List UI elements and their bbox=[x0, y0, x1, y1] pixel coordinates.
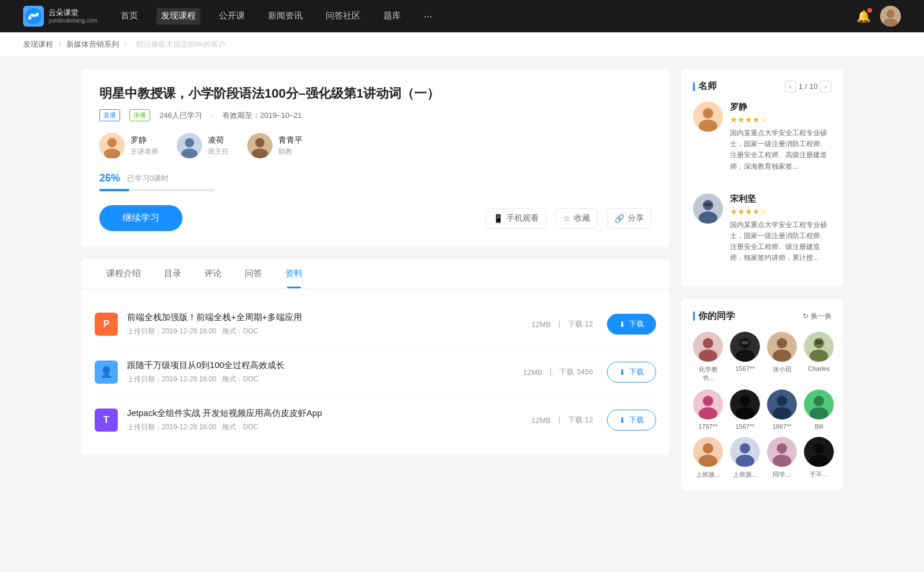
svg-point-44 bbox=[777, 396, 787, 406]
continue-learning-button[interactable]: 继续学习 bbox=[99, 205, 182, 231]
svg-point-42 bbox=[736, 407, 754, 419]
svg-point-24 bbox=[703, 338, 713, 348]
download-button-0[interactable]: ⬇ 下载 bbox=[607, 314, 656, 335]
download-label-1: 下载 bbox=[629, 367, 644, 377]
resource-item-1: 👤 跟随千万级项目从0到100全过程高效成长 上传日期：2019-12-28 1… bbox=[95, 348, 656, 396]
bell-icon[interactable]: 🔔 bbox=[856, 9, 871, 23]
breadcrumb-item-1[interactable]: 发现课程 bbox=[23, 40, 53, 49]
svg-point-17 bbox=[703, 108, 713, 118]
classmate-10[interactable]: 同学... bbox=[767, 437, 797, 479]
classmate-6[interactable]: 1867** bbox=[767, 389, 797, 430]
breadcrumb-item-2[interactable]: 新媒体营销系列 bbox=[66, 40, 119, 49]
next-page-button[interactable]: › bbox=[820, 81, 832, 92]
svg-point-50 bbox=[703, 443, 713, 454]
svg-point-31 bbox=[777, 338, 787, 348]
mobile-icon: 📱 bbox=[493, 214, 503, 223]
classmate-5-avatar bbox=[730, 389, 760, 419]
svg-point-48 bbox=[810, 407, 828, 419]
progress-top: 26% 已学习0课时 bbox=[99, 172, 651, 184]
nav-item-qa[interactable]: 问答社区 bbox=[321, 8, 365, 25]
nav-item-public[interactable]: 公开课 bbox=[214, 8, 249, 25]
classmate-9[interactable]: 上班族... bbox=[730, 437, 760, 479]
share-button[interactable]: 🔗 分享 bbox=[607, 208, 651, 229]
teachers-card: 名师 ‹ 1/10 › 罗静 ★★★★☆ 国内某重点大学安全工程专业硕士，国家一… bbox=[681, 69, 843, 287]
classmates-title: 你的同学 bbox=[693, 310, 735, 322]
teacher-2-role: 助教 bbox=[278, 147, 303, 157]
left-content: 明星中教授课，小学阶段语法100分–强化级第1讲动词（一） 直播 录播 246人… bbox=[81, 69, 670, 502]
teachers-list: 罗静 主讲老师 凌荷 班主任 bbox=[99, 133, 651, 158]
svg-point-14 bbox=[255, 138, 264, 147]
refresh-label: 换一换 bbox=[811, 311, 832, 321]
mobile-watch-label: 手机观看 bbox=[506, 213, 539, 224]
resource-item-0: P 前端全栈加强版！前端全栈+全周期+多端应用 上传日期：2019-12-28 … bbox=[95, 300, 656, 348]
tabs-section: 课程介绍 目录 评论 问答 资料 P 前端全栈加强版！前端全栈+全周期+多端应用… bbox=[81, 259, 670, 455]
tab-comments[interactable]: 评论 bbox=[193, 259, 233, 288]
user-avatar[interactable] bbox=[880, 6, 901, 27]
classmate-11-avatar bbox=[804, 437, 834, 467]
classmate-3[interactable]: Charles bbox=[804, 332, 834, 382]
course-meta: 直播 录播 246人已学习 · 有效期至：2019–10–21 bbox=[99, 109, 651, 121]
classmate-7-name: Bill bbox=[815, 423, 824, 430]
favorite-button[interactable]: ☆ 收藏 bbox=[556, 208, 598, 229]
classmate-2[interactable]: 张小田 bbox=[767, 332, 797, 382]
classmate-1[interactable]: 1567** bbox=[730, 332, 760, 382]
breadcrumb-sep-1: / bbox=[59, 40, 63, 49]
classmate-5-name: 1567** bbox=[735, 423, 754, 430]
classmates-card: 你的同学 ↻ 换一换 化学教书... 1567** bbox=[681, 299, 843, 491]
right-sidebar: 名师 ‹ 1/10 › 罗静 ★★★★☆ 国内某重点大学安全工程专业硕士，国家一… bbox=[681, 69, 843, 502]
course-title: 明星中教授课，小学阶段语法100分–强化级第1讲动词（一） bbox=[99, 85, 651, 102]
teacher-0-role: 主讲老师 bbox=[131, 147, 158, 157]
svg-point-59 bbox=[814, 443, 824, 454]
refresh-classmates-button[interactable]: ↻ 换一换 bbox=[803, 311, 832, 321]
teacher-0-name: 罗静 bbox=[131, 135, 158, 146]
classmate-8-name: 上班族... bbox=[696, 470, 720, 479]
classmate-11-name: 于不... bbox=[810, 470, 828, 479]
svg-point-53 bbox=[740, 443, 750, 454]
resource-stats-1: 12MB ｜ 下载 3456 bbox=[523, 367, 593, 377]
download-icon-0: ⬇ bbox=[619, 320, 625, 329]
sidebar-teacher-0-stars: ★★★★☆ bbox=[730, 115, 832, 124]
nav-item-news[interactable]: 新闻资讯 bbox=[263, 8, 307, 25]
tab-catalog[interactable]: 目录 bbox=[152, 259, 193, 288]
mobile-watch-button[interactable]: 📱 手机观看 bbox=[486, 208, 546, 229]
classmate-10-name: 同学... bbox=[773, 470, 791, 479]
navbar-right: 🔔 bbox=[856, 6, 901, 27]
classmate-4[interactable]: 1767** bbox=[693, 389, 723, 430]
logo[interactable]: 云朵课堂 yundouketang.com bbox=[23, 6, 98, 27]
classmate-7[interactable]: Bill bbox=[804, 389, 834, 430]
download-button-1[interactable]: ⬇ 下载 bbox=[607, 362, 656, 382]
sidebar-teacher-1-info: 宋利坚 ★★★★☆ 国内某重点大学安全工程专业硕士，国家一级注册消防工程师、注册… bbox=[730, 194, 832, 264]
nav-item-discover[interactable]: 发现课程 bbox=[157, 8, 200, 25]
nav-more-dots[interactable]: ··· bbox=[419, 8, 437, 25]
resource-meta-1: 上传日期：2019-12-28 16:00 格式：DOC bbox=[127, 374, 523, 384]
tab-intro[interactable]: 课程介绍 bbox=[95, 259, 152, 288]
course-header-card: 明星中教授课，小学阶段语法100分–强化级第1讲动词（一） 直播 录播 246人… bbox=[81, 69, 670, 247]
classmate-5[interactable]: 1567** bbox=[730, 389, 760, 430]
teacher-1-info: 凌荷 班主任 bbox=[208, 135, 229, 157]
nav-item-home[interactable]: 首页 bbox=[116, 8, 143, 25]
classmate-6-avatar bbox=[767, 389, 797, 419]
prev-page-button[interactable]: ‹ bbox=[785, 81, 796, 92]
svg-point-18 bbox=[699, 120, 717, 132]
svg-point-1 bbox=[28, 16, 32, 20]
logo-icon bbox=[23, 6, 44, 27]
svg-point-5 bbox=[886, 10, 895, 18]
resource-icon-0: P bbox=[95, 313, 118, 336]
sidebar-teacher-0-avatar bbox=[693, 102, 723, 132]
classmate-8[interactable]: 上班族... bbox=[693, 437, 723, 479]
svg-rect-29 bbox=[742, 341, 748, 344]
classmate-9-name: 上班族... bbox=[733, 470, 757, 479]
teacher-divider bbox=[693, 184, 832, 184]
tab-qa[interactable]: 问答 bbox=[233, 259, 274, 288]
navbar: 云朵课堂 yundouketang.com 首页 发现课程 公开课 新闻资讯 问… bbox=[0, 0, 924, 32]
classmate-0[interactable]: 化学教书... bbox=[693, 332, 723, 382]
resource-icon-1: 👤 bbox=[95, 361, 118, 384]
download-label-0: 下载 bbox=[629, 319, 644, 329]
nav-item-quiz[interactable]: 题库 bbox=[379, 8, 405, 25]
teacher-0: 罗静 主讲老师 bbox=[99, 133, 158, 158]
classmate-11[interactable]: 于不... bbox=[804, 437, 834, 479]
tab-resources[interactable]: 资料 bbox=[274, 259, 314, 288]
resource-title-1: 跟随千万级项目从0到100全过程高效成长 bbox=[127, 360, 523, 371]
download-button-2[interactable]: ⬇ 下载 bbox=[607, 410, 656, 430]
tabs-header: 课程介绍 目录 评论 问答 资料 bbox=[81, 259, 670, 289]
